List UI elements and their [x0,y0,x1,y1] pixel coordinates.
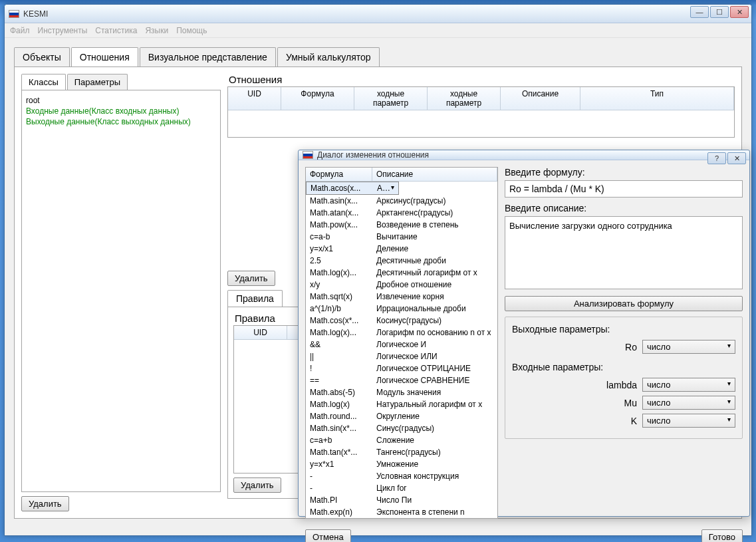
close-button[interactable]: ✕ [730,6,749,18]
menu-tools[interactable]: Инструменты [38,26,88,35]
desc-textarea[interactable]: Вычисление загрузки одного сотрудника [505,216,743,289]
col-type[interactable]: Тип [580,87,734,110]
titlebar[interactable]: KESMI — ☐ ✕ [5,5,751,23]
col-inp[interactable]: ходные параметр [354,87,428,110]
formula-row[interactable]: &&Логическое И [306,339,497,350]
delete-button-mid[interactable]: Удалить [227,271,275,286]
param-lambda-label: lambda [606,380,637,390]
tab-visual[interactable]: Визуальное представление [140,47,276,67]
formula-row[interactable]: Math.log(x)...Десятичный логарифм от x [306,267,497,279]
formula-row[interactable]: Math.round...Округление [306,410,497,422]
rules-col-uid[interactable]: UID [234,326,287,339]
formula-row[interactable]: -Условная конструкция [306,470,497,482]
tree-in[interactable]: Входные данные(Класс входных данных) [26,106,216,116]
param-Mu-label: Mu [624,398,637,408]
relations-grid[interactable]: UID Формула ходные параметр ходные парам… [227,86,735,138]
formula-row[interactable]: Math.sqrt(x)Извлечение корня [306,291,497,303]
col-desc[interactable]: Описание [501,87,580,110]
formula-row[interactable]: Math.exp(n)Экспонента в степени n [306,506,497,518]
dialog-titlebar[interactable]: Диалог изменения отношения ? ✕ [299,150,749,160]
param-lambda-select[interactable]: число [642,378,735,392]
tree[interactable]: root Входные данные(Класс входных данных… [21,90,221,492]
dialog-body: Формула Описание Math.acos(x...Арккосину… [299,160,749,525]
formula-row[interactable]: Math.sin(x*...Синус(градусы) [306,422,497,434]
formula-row[interactable]: Math.cos(x*...Косинус(градусы) [306,315,497,327]
menu-lang[interactable]: Языки [145,26,168,35]
delete-button-rules[interactable]: Удалить [233,477,281,493]
tab-relations[interactable]: Отношения [71,47,138,67]
param-Mu-select[interactable]: число [642,396,735,410]
cancel-button[interactable]: Отмена [305,529,351,542]
formula-input[interactable] [505,180,743,198]
formula-row[interactable]: Math.asin(x...Арксинус(градусы) [306,195,497,207]
relations-title: Отношения [229,74,735,85]
tree-out[interactable]: Выходные данные(Класс выходных данных) [26,117,216,126]
tab-objects[interactable]: Объекты [14,47,70,67]
col-uid[interactable]: UID [228,87,281,110]
formula-row[interactable]: 2.5Десятичные дроби [306,255,497,267]
formula-list[interactable]: Формула Описание Math.acos(x...Арккосину… [305,167,498,519]
main-tabs: Объекты Отношения Визуальное представлен… [14,47,742,67]
formula-label: Введите формулу: [505,167,743,178]
left-side: Классы Параметры root Входные данные(Кла… [21,74,221,511]
formula-list-body[interactable]: Math.acos(x...Арккосинус(градусы)Math.as… [306,182,497,518]
tree-root[interactable]: root [26,96,216,105]
tab-calc[interactable]: Умный калькулятор [277,47,380,67]
relations-header: UID Формула ходные параметр ходные парам… [228,87,734,110]
formula-row[interactable]: Math.tan(x*...Тангенс(градусы) [306,446,497,458]
formula-row[interactable]: Math.pow(x...Возведение в степень [306,219,497,231]
formula-row[interactable]: Math.log(x)Натуральный логарифм от x [306,398,497,410]
dialog-close-button[interactable]: ✕ [727,152,746,164]
formula-row[interactable]: Math.PIЧисло Пи [306,494,497,506]
relation-dialog: Диалог изменения отношения ? ✕ Формула О… [298,150,750,517]
app-title: KESMI [23,9,48,19]
desc-label: Введите описание: [505,203,743,213]
formula-row[interactable]: a^(1/n)/bИррациональные дроби [306,303,497,315]
formula-row[interactable]: y=x*x1Умножение [306,458,497,470]
param-K-select[interactable]: число [642,414,735,428]
param-K-label: K [631,416,637,426]
col-formula[interactable]: Формула [281,87,354,110]
flag-icon [9,10,19,18]
formula-row[interactable]: -Цикл for [306,482,497,494]
param-Ro-select[interactable]: число [642,340,735,354]
formula-row[interactable]: Math.acos(x...Арккосинус(градусы) [306,182,399,195]
formula-row[interactable]: y=x/x1Деление [306,243,497,255]
menubar: Файл Инструменты Статистика Языки Помощь [5,23,751,38]
formula-row[interactable]: c=a-bВычитание [306,231,497,243]
dlg-col-desc[interactable]: Описание [372,168,497,181]
menu-stats[interactable]: Статистика [95,26,137,35]
formula-row[interactable]: ==Логическое СРАВНЕНИЕ [306,374,497,386]
formula-row[interactable]: Math.log(x)...Логарифм по основанию n от… [306,327,497,339]
minimize-button[interactable]: — [690,6,709,18]
subtab-params[interactable]: Параметры [67,74,128,90]
menu-file[interactable]: Файл [10,26,30,35]
maximize-button[interactable]: ☐ [710,6,729,18]
flag-icon [303,151,313,159]
formula-row[interactable]: c=a+bСложение [306,434,497,446]
relations-body [228,110,734,137]
params-group: Выходные параметры: Ro число Входные пар… [505,317,743,439]
ok-button[interactable]: Готово [701,529,743,542]
out-params-title: Выходные параметры: [512,324,735,335]
formula-row[interactable]: ||Логическое ИЛИ [306,350,497,362]
delete-button-left[interactable]: Удалить [21,496,69,511]
param-Ro-label: Ro [625,342,637,352]
col-outp[interactable]: ходные параметр [428,87,501,110]
formula-row[interactable]: !Логическое ОТРИЦАНИЕ [306,362,497,374]
help-button[interactable]: ? [707,152,726,164]
formula-row[interactable]: x/yДробное отношение [306,279,497,291]
analyze-button[interactable]: Анализировать формулу [505,296,743,311]
in-params-title: Входные параметры: [512,362,735,372]
subtab-classes[interactable]: Классы [21,74,66,90]
formula-row[interactable]: Math.abs(-5)Модуль значения [306,386,497,398]
dialog-right: Введите формулу: Введите описание: Вычис… [505,167,743,519]
dialog-footer: Отмена Готово [299,525,749,542]
menu-help[interactable]: Помощь [176,26,207,35]
dlg-col-formula[interactable]: Формула [306,168,372,181]
formula-row[interactable]: Math.atan(x...Арктангенс(градусы) [306,207,497,219]
rules-tab[interactable]: Правила [227,290,283,307]
dialog-title: Диалог изменения отношения [317,150,429,160]
